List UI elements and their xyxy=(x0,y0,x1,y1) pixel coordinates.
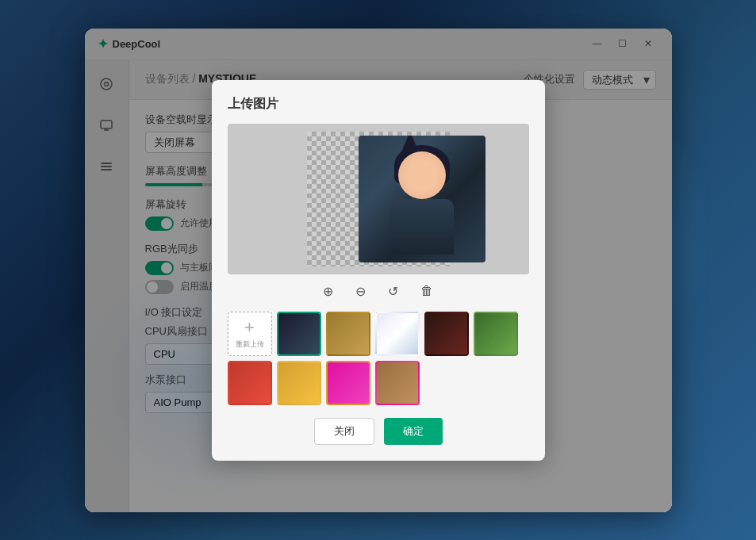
thumbnail-4[interactable] xyxy=(424,312,469,356)
thumb-inner-1 xyxy=(278,313,320,354)
thumb-inner-4 xyxy=(426,313,467,354)
app-window: ✦ DeepCool — ☐ ✕ xyxy=(85,29,672,512)
image-toolbar: ⊕ ⊖ ↺ 🗑 xyxy=(228,281,529,302)
zoom-out-icon[interactable]: ⊖ xyxy=(352,281,369,302)
thumb-inner-7 xyxy=(278,362,320,404)
char-body xyxy=(390,199,454,255)
thumbnail-5[interactable] xyxy=(474,312,518,356)
thumbnail-3[interactable] xyxy=(375,312,420,356)
rotate-icon[interactable]: ↺ xyxy=(385,281,401,302)
thumb-inner-5 xyxy=(475,313,516,354)
upload-modal: 上传图片 ⊕ ⊖ ↺ � xyxy=(212,80,545,461)
thumbnail-1[interactable] xyxy=(277,312,321,356)
modal-footer: 关闭 确定 xyxy=(228,418,529,445)
upload-button-label: 重新上传 xyxy=(236,339,264,350)
thumbnail-7[interactable] xyxy=(277,361,321,405)
thumb-inner-9 xyxy=(377,362,418,404)
modal-overlay: 上传图片 ⊕ ⊖ ↺ � xyxy=(85,29,672,512)
character-silhouette xyxy=(374,144,470,255)
thumb-inner-3 xyxy=(377,313,418,354)
thumbnail-6[interactable] xyxy=(228,361,272,405)
modal-title: 上传图片 xyxy=(228,96,529,113)
confirm-button[interactable]: 确定 xyxy=(384,418,443,445)
thumbnail-9[interactable] xyxy=(375,361,420,405)
thumb-inner-6 xyxy=(229,362,271,404)
preview-character xyxy=(359,136,485,262)
char-head xyxy=(398,151,446,199)
delete-icon[interactable]: 🗑 xyxy=(417,281,436,302)
image-preview-area xyxy=(228,124,529,274)
thumbnail-grid: + 重新上传 xyxy=(228,312,529,405)
thumb-inner-2 xyxy=(328,313,369,354)
thumbnail-2[interactable] xyxy=(326,312,370,356)
upload-button[interactable]: + 重新上传 xyxy=(228,312,272,356)
upload-plus-icon: + xyxy=(244,317,255,338)
cancel-button[interactable]: 关闭 xyxy=(314,418,374,445)
thumbnail-8[interactable] xyxy=(326,361,370,405)
thumb-inner-8 xyxy=(328,362,369,404)
zoom-in-icon[interactable]: ⊕ xyxy=(320,281,336,302)
